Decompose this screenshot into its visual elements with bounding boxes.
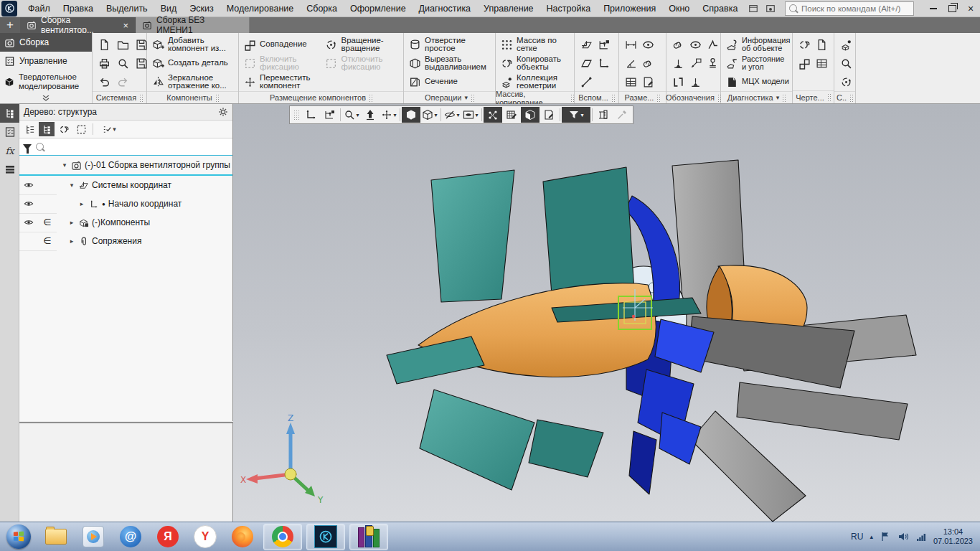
collapse-icon[interactable]: ▸ xyxy=(68,237,75,245)
tab-assembly-fan[interactable]: Сборка вентилятор... × xyxy=(20,17,136,33)
move-component-button[interactable]: Переместить компонент xyxy=(242,72,321,91)
eye-icon[interactable] xyxy=(24,180,34,190)
teal-blade-bottom-left[interactable] xyxy=(420,390,534,490)
menu-help[interactable]: Справка xyxy=(696,0,744,17)
gear-icon[interactable] xyxy=(218,107,228,117)
group-label-dimensions[interactable]: Разме... xyxy=(619,91,666,103)
redo-button[interactable] xyxy=(114,72,131,91)
network-signal-icon[interactable] xyxy=(915,531,927,542)
tree-filter-list-button[interactable]: ▾ xyxy=(97,122,121,136)
chrome-taskbar-button[interactable] xyxy=(263,524,302,550)
window-layout-icon[interactable] xyxy=(748,4,759,14)
teal-blade-bottom-dark[interactable] xyxy=(529,420,603,477)
group-label-notations[interactable]: Обозначения xyxy=(666,91,720,103)
parameters-panel-button[interactable] xyxy=(0,123,19,141)
drawing-sheet-button[interactable] xyxy=(813,35,830,54)
roughness-button[interactable] xyxy=(704,35,721,54)
menu-layout[interactable]: Оформление xyxy=(344,0,413,17)
drawing-views-button[interactable] xyxy=(796,35,813,54)
membership-icon[interactable]: ∈ xyxy=(43,217,51,227)
angular-dimension-button[interactable] xyxy=(622,54,639,72)
tree-row-coordinate-systems[interactable]: ▾ Системы координат xyxy=(19,176,232,194)
tree-composition-button[interactable] xyxy=(56,122,72,136)
datum-button[interactable] xyxy=(669,54,687,72)
tree-row-mates[interactable]: ∈ ▸ Сопряжения xyxy=(19,232,232,250)
tab-close-icon[interactable]: × xyxy=(123,20,128,31)
menu-settings[interactable]: Настройка xyxy=(540,0,598,17)
show-hidden-icons-button[interactable]: ▴ xyxy=(870,533,873,540)
command-search[interactable] xyxy=(785,1,914,16)
stator-blade-bottom[interactable] xyxy=(691,411,806,522)
spec-sync-button[interactable] xyxy=(837,72,854,91)
stator-blade-right-lower[interactable] xyxy=(737,382,908,440)
undo-button[interactable] xyxy=(95,72,113,91)
tree-row-components[interactable]: ∈ ▸ (-)Компоненты xyxy=(19,213,232,232)
blue-blade-bottom-spike[interactable] xyxy=(629,431,656,494)
tree-search-input[interactable] xyxy=(48,142,229,152)
aux-point-button[interactable] xyxy=(595,35,612,54)
thread-notation-button[interactable] xyxy=(669,35,687,54)
collapse-icon[interactable]: ▸ xyxy=(68,219,75,226)
mode-solid-modeling[interactable]: Твердотельное моделирование xyxy=(0,70,92,93)
menu-edit[interactable]: Правка xyxy=(57,0,100,17)
enable-fixation-button[interactable]: Включить фиксацию xyxy=(242,54,321,72)
tree-view-structure-button[interactable] xyxy=(39,122,55,136)
simple-hole-button[interactable]: Отверстие простое xyxy=(407,35,492,54)
mailru-agent-taskbar-icon[interactable]: @ xyxy=(118,524,143,549)
linear-dimension-button[interactable] xyxy=(622,35,639,54)
aux-offset-plane-button[interactable] xyxy=(578,54,595,72)
disable-fixation-button[interactable]: Отключить фиксацию xyxy=(323,54,400,72)
tree-panel-button[interactable] xyxy=(0,104,19,123)
dimension-table-button[interactable] xyxy=(622,72,639,91)
group-label-operations[interactable]: Операции▾ xyxy=(404,91,495,103)
action-center-flag-icon[interactable] xyxy=(880,531,891,542)
menu-sketch[interactable]: Эскиз xyxy=(183,0,220,17)
coincidence-button[interactable]: Совпадение xyxy=(242,35,321,54)
section-button[interactable]: Сечение xyxy=(407,72,492,91)
mirror-component-button[interactable]: Зеркальное отражение ко... xyxy=(150,72,235,91)
mcx-model-button[interactable]: МЦХ модели xyxy=(724,72,792,91)
aux-axis-button[interactable] xyxy=(578,72,595,91)
clock[interactable]: 13:04 07.01.2023 xyxy=(933,527,973,546)
app-logo-icon[interactable] xyxy=(1,1,17,17)
teal-blade-top-left[interactable] xyxy=(431,170,514,302)
preview-button[interactable] xyxy=(114,54,131,72)
open-document-button[interactable] xyxy=(114,35,131,54)
language-indicator[interactable]: RU xyxy=(851,532,863,542)
explorer-taskbar-icon[interactable] xyxy=(44,524,68,549)
group-label-components[interactable]: Компоненты xyxy=(147,91,238,103)
new-document-button[interactable] xyxy=(95,35,113,54)
group-label-system[interactable]: Системная xyxy=(93,91,146,103)
eye-icon[interactable] xyxy=(24,199,34,209)
eye-icon[interactable] xyxy=(24,217,34,227)
spec-edit-button[interactable] xyxy=(837,54,854,72)
section-line-button[interactable] xyxy=(669,72,687,91)
tree-view-ordered-button[interactable] xyxy=(22,122,37,136)
menu-modeling[interactable]: Моделирование xyxy=(220,0,301,17)
spec-add-button[interactable] xyxy=(837,35,854,54)
tolerance-button[interactable] xyxy=(639,72,656,91)
media-player-taskbar-icon[interactable] xyxy=(81,524,105,549)
print-button[interactable] xyxy=(95,54,113,72)
menu-assembly[interactable]: Сборка xyxy=(300,0,344,17)
expand-icon[interactable]: ▾ xyxy=(68,182,75,189)
grid-pattern-button[interactable]: Массив по сетке xyxy=(499,35,571,54)
menu-window[interactable]: Окно xyxy=(662,0,696,17)
rotation-rotation-button[interactable]: Вращение-вращение xyxy=(323,35,400,54)
menu-file[interactable]: Файл xyxy=(22,0,57,17)
create-part-button[interactable]: Создать деталь xyxy=(150,54,235,72)
dimension-button[interactable] xyxy=(639,54,656,72)
yandex-browser-taskbar-icon[interactable]: Y xyxy=(193,524,217,549)
new-tab-button[interactable]: + xyxy=(0,17,20,33)
group-label-array[interactable]: Массив, копирование xyxy=(496,91,574,104)
restore-button[interactable] xyxy=(943,1,961,17)
firefox-taskbar-icon[interactable] xyxy=(230,524,255,549)
minimize-button[interactable] xyxy=(924,1,943,17)
screen-settings-icon[interactable] xyxy=(765,4,776,14)
marker-button[interactable] xyxy=(704,54,721,72)
geometry-collection-button[interactable]: Коллекция геометрии xyxy=(499,72,571,91)
distance-angle-button[interactable]: Расстояние и угол xyxy=(724,54,792,72)
tab-assembly-noname[interactable]: Сборка БЕЗ ИМЕНИ1 xyxy=(136,17,250,33)
sets-panel-button[interactable] xyxy=(0,160,19,179)
tree-row-root[interactable]: ▾ (-)-01 Сборка вентиляторной группы xyxy=(19,156,232,176)
